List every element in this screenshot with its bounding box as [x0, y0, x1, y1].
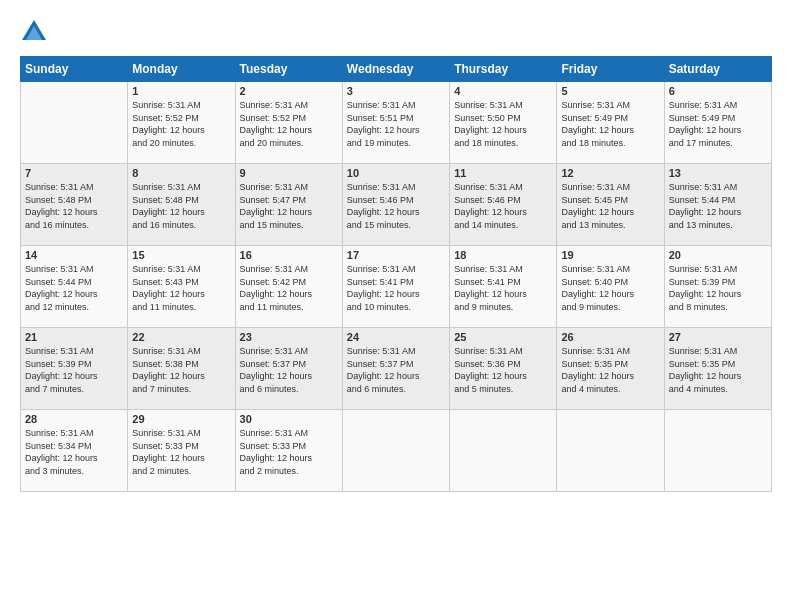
day-number: 15 — [132, 249, 230, 261]
calendar-cell: 24Sunrise: 5:31 AM Sunset: 5:37 PM Dayli… — [342, 328, 449, 410]
calendar-cell — [342, 410, 449, 492]
day-info: Sunrise: 5:31 AM Sunset: 5:38 PM Dayligh… — [132, 345, 230, 395]
calendar-cell: 9Sunrise: 5:31 AM Sunset: 5:47 PM Daylig… — [235, 164, 342, 246]
header — [20, 18, 772, 46]
day-info: Sunrise: 5:31 AM Sunset: 5:50 PM Dayligh… — [454, 99, 552, 149]
day-info: Sunrise: 5:31 AM Sunset: 5:44 PM Dayligh… — [669, 181, 767, 231]
day-info: Sunrise: 5:31 AM Sunset: 5:35 PM Dayligh… — [669, 345, 767, 395]
day-number: 16 — [240, 249, 338, 261]
weekday-header: Thursday — [450, 57, 557, 82]
day-info: Sunrise: 5:31 AM Sunset: 5:48 PM Dayligh… — [132, 181, 230, 231]
day-number: 5 — [561, 85, 659, 97]
calendar-cell: 13Sunrise: 5:31 AM Sunset: 5:44 PM Dayli… — [664, 164, 771, 246]
weekday-header: Wednesday — [342, 57, 449, 82]
logo-icon — [20, 18, 48, 46]
calendar-cell: 17Sunrise: 5:31 AM Sunset: 5:41 PM Dayli… — [342, 246, 449, 328]
calendar-header: SundayMondayTuesdayWednesdayThursdayFrid… — [21, 57, 772, 82]
calendar-cell: 11Sunrise: 5:31 AM Sunset: 5:46 PM Dayli… — [450, 164, 557, 246]
day-number: 17 — [347, 249, 445, 261]
day-info: Sunrise: 5:31 AM Sunset: 5:43 PM Dayligh… — [132, 263, 230, 313]
day-info: Sunrise: 5:31 AM Sunset: 5:33 PM Dayligh… — [240, 427, 338, 477]
day-info: Sunrise: 5:31 AM Sunset: 5:52 PM Dayligh… — [240, 99, 338, 149]
calendar-cell — [664, 410, 771, 492]
day-info: Sunrise: 5:31 AM Sunset: 5:42 PM Dayligh… — [240, 263, 338, 313]
calendar-cell: 3Sunrise: 5:31 AM Sunset: 5:51 PM Daylig… — [342, 82, 449, 164]
day-number: 28 — [25, 413, 123, 425]
calendar-cell: 20Sunrise: 5:31 AM Sunset: 5:39 PM Dayli… — [664, 246, 771, 328]
day-info: Sunrise: 5:31 AM Sunset: 5:52 PM Dayligh… — [132, 99, 230, 149]
day-info: Sunrise: 5:31 AM Sunset: 5:35 PM Dayligh… — [561, 345, 659, 395]
calendar-cell: 1Sunrise: 5:31 AM Sunset: 5:52 PM Daylig… — [128, 82, 235, 164]
day-number: 23 — [240, 331, 338, 343]
calendar-table: SundayMondayTuesdayWednesdayThursdayFrid… — [20, 56, 772, 492]
day-number: 11 — [454, 167, 552, 179]
day-number: 13 — [669, 167, 767, 179]
day-info: Sunrise: 5:31 AM Sunset: 5:51 PM Dayligh… — [347, 99, 445, 149]
day-number: 12 — [561, 167, 659, 179]
day-info: Sunrise: 5:31 AM Sunset: 5:44 PM Dayligh… — [25, 263, 123, 313]
day-number: 2 — [240, 85, 338, 97]
calendar-cell: 2Sunrise: 5:31 AM Sunset: 5:52 PM Daylig… — [235, 82, 342, 164]
calendar-cell: 26Sunrise: 5:31 AM Sunset: 5:35 PM Dayli… — [557, 328, 664, 410]
calendar-cell: 18Sunrise: 5:31 AM Sunset: 5:41 PM Dayli… — [450, 246, 557, 328]
weekday-header: Saturday — [664, 57, 771, 82]
calendar-cell: 4Sunrise: 5:31 AM Sunset: 5:50 PM Daylig… — [450, 82, 557, 164]
day-number: 18 — [454, 249, 552, 261]
day-number: 22 — [132, 331, 230, 343]
calendar-cell — [450, 410, 557, 492]
calendar-cell: 10Sunrise: 5:31 AM Sunset: 5:46 PM Dayli… — [342, 164, 449, 246]
day-number: 26 — [561, 331, 659, 343]
page: SundayMondayTuesdayWednesdayThursdayFrid… — [0, 0, 792, 612]
calendar-cell — [21, 82, 128, 164]
day-info: Sunrise: 5:31 AM Sunset: 5:37 PM Dayligh… — [240, 345, 338, 395]
calendar-cell: 29Sunrise: 5:31 AM Sunset: 5:33 PM Dayli… — [128, 410, 235, 492]
logo — [20, 18, 52, 46]
calendar-body: 1Sunrise: 5:31 AM Sunset: 5:52 PM Daylig… — [21, 82, 772, 492]
weekday-header: Friday — [557, 57, 664, 82]
day-number: 6 — [669, 85, 767, 97]
day-number: 4 — [454, 85, 552, 97]
calendar-week-row: 1Sunrise: 5:31 AM Sunset: 5:52 PM Daylig… — [21, 82, 772, 164]
calendar-cell: 21Sunrise: 5:31 AM Sunset: 5:39 PM Dayli… — [21, 328, 128, 410]
day-info: Sunrise: 5:31 AM Sunset: 5:39 PM Dayligh… — [669, 263, 767, 313]
calendar-cell: 5Sunrise: 5:31 AM Sunset: 5:49 PM Daylig… — [557, 82, 664, 164]
day-number: 14 — [25, 249, 123, 261]
calendar-cell — [557, 410, 664, 492]
day-number: 29 — [132, 413, 230, 425]
day-info: Sunrise: 5:31 AM Sunset: 5:34 PM Dayligh… — [25, 427, 123, 477]
calendar-cell: 19Sunrise: 5:31 AM Sunset: 5:40 PM Dayli… — [557, 246, 664, 328]
day-info: Sunrise: 5:31 AM Sunset: 5:49 PM Dayligh… — [561, 99, 659, 149]
day-info: Sunrise: 5:31 AM Sunset: 5:45 PM Dayligh… — [561, 181, 659, 231]
calendar-week-row: 28Sunrise: 5:31 AM Sunset: 5:34 PM Dayli… — [21, 410, 772, 492]
calendar-cell: 30Sunrise: 5:31 AM Sunset: 5:33 PM Dayli… — [235, 410, 342, 492]
day-number: 27 — [669, 331, 767, 343]
weekday-header: Tuesday — [235, 57, 342, 82]
calendar-cell: 22Sunrise: 5:31 AM Sunset: 5:38 PM Dayli… — [128, 328, 235, 410]
day-number: 19 — [561, 249, 659, 261]
day-number: 30 — [240, 413, 338, 425]
calendar-cell: 28Sunrise: 5:31 AM Sunset: 5:34 PM Dayli… — [21, 410, 128, 492]
day-info: Sunrise: 5:31 AM Sunset: 5:41 PM Dayligh… — [347, 263, 445, 313]
day-info: Sunrise: 5:31 AM Sunset: 5:33 PM Dayligh… — [132, 427, 230, 477]
calendar-cell: 6Sunrise: 5:31 AM Sunset: 5:49 PM Daylig… — [664, 82, 771, 164]
weekday-row: SundayMondayTuesdayWednesdayThursdayFrid… — [21, 57, 772, 82]
day-number: 20 — [669, 249, 767, 261]
day-info: Sunrise: 5:31 AM Sunset: 5:41 PM Dayligh… — [454, 263, 552, 313]
weekday-header: Monday — [128, 57, 235, 82]
day-info: Sunrise: 5:31 AM Sunset: 5:46 PM Dayligh… — [454, 181, 552, 231]
calendar-cell: 27Sunrise: 5:31 AM Sunset: 5:35 PM Dayli… — [664, 328, 771, 410]
day-number: 8 — [132, 167, 230, 179]
calendar-cell: 8Sunrise: 5:31 AM Sunset: 5:48 PM Daylig… — [128, 164, 235, 246]
day-number: 1 — [132, 85, 230, 97]
day-info: Sunrise: 5:31 AM Sunset: 5:40 PM Dayligh… — [561, 263, 659, 313]
calendar-week-row: 14Sunrise: 5:31 AM Sunset: 5:44 PM Dayli… — [21, 246, 772, 328]
day-info: Sunrise: 5:31 AM Sunset: 5:39 PM Dayligh… — [25, 345, 123, 395]
calendar-cell: 16Sunrise: 5:31 AM Sunset: 5:42 PM Dayli… — [235, 246, 342, 328]
calendar-week-row: 7Sunrise: 5:31 AM Sunset: 5:48 PM Daylig… — [21, 164, 772, 246]
calendar-cell: 12Sunrise: 5:31 AM Sunset: 5:45 PM Dayli… — [557, 164, 664, 246]
day-number: 21 — [25, 331, 123, 343]
calendar-cell: 23Sunrise: 5:31 AM Sunset: 5:37 PM Dayli… — [235, 328, 342, 410]
day-number: 9 — [240, 167, 338, 179]
weekday-header: Sunday — [21, 57, 128, 82]
day-number: 25 — [454, 331, 552, 343]
